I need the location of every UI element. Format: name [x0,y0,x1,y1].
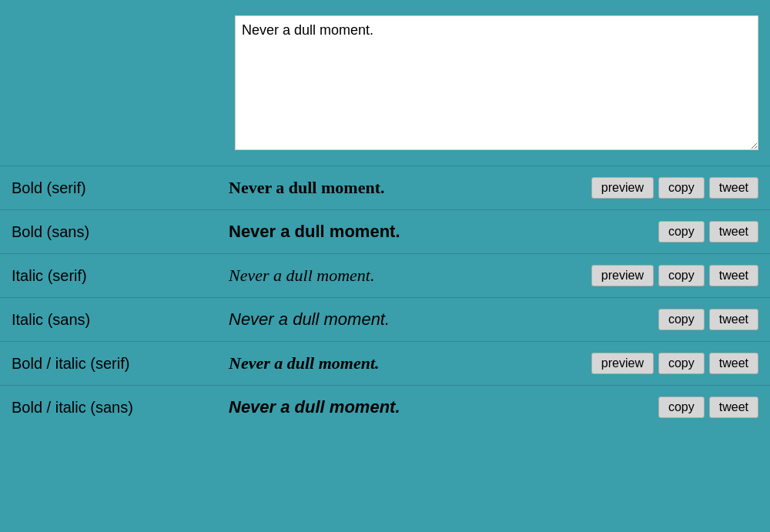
btn-copy-bold-serif[interactable]: copy [658,177,705,199]
rows-container: Bold (serif)Never a dull moment.previewc… [0,166,770,429]
top-section [0,0,770,166]
btn-copy-bold-sans[interactable]: copy [658,221,705,243]
btn-copy-bold-italic-sans[interactable]: copy [658,396,705,418]
btn-tweet-bold-serif[interactable]: tweet [709,177,758,199]
row-bold-italic-serif: Bold / italic (serif)Never a dull moment… [0,341,770,385]
row-bold-sans: Bold (sans)Never a dull moment.copytweet [0,209,770,253]
btn-tweet-bold-italic-sans[interactable]: tweet [709,396,758,418]
label-italic-serif: Italic (serif) [12,267,219,285]
btn-copy-italic-serif[interactable]: copy [658,265,705,286]
btn-tweet-italic-sans[interactable]: tweet [709,309,758,330]
text-italic-sans: Never a dull moment. [229,309,649,330]
btn-group-italic-serif: previewcopytweet [591,265,758,286]
your-text-label [12,15,219,22]
btn-group-bold-italic-sans: copytweet [658,396,758,418]
text-bold-italic-serif: Never a dull moment. [229,353,582,373]
btn-copy-bold-italic-serif[interactable]: copy [658,353,705,374]
label-bold-italic-serif: Bold / italic (serif) [12,355,219,373]
row-bold-italic-sans: Bold / italic (sans)Never a dull moment.… [0,385,770,429]
label-bold-serif: Bold (serif) [12,179,219,197]
row-bold-serif: Bold (serif)Never a dull moment.previewc… [0,166,770,209]
btn-group-bold-sans: copytweet [658,221,758,243]
btn-preview-bold-italic-serif[interactable]: preview [591,353,654,374]
text-input[interactable] [235,15,758,150]
btn-group-italic-sans: copytweet [658,309,758,330]
btn-tweet-italic-serif[interactable]: tweet [709,265,758,286]
btn-tweet-bold-italic-serif[interactable]: tweet [709,353,758,374]
label-bold-italic-sans: Bold / italic (sans) [12,399,219,417]
text-bold-serif: Never a dull moment. [229,178,582,198]
row-italic-sans: Italic (sans)Never a dull moment.copytwe… [0,297,770,341]
btn-preview-italic-serif[interactable]: preview [591,265,654,286]
btn-copy-italic-sans[interactable]: copy [658,309,705,330]
btn-group-bold-italic-serif: previewcopytweet [591,353,758,374]
text-bold-sans: Never a dull moment. [229,222,649,242]
label-bold-sans: Bold (sans) [12,223,219,241]
btn-tweet-bold-sans[interactable]: tweet [709,221,758,243]
row-italic-serif: Italic (serif)Never a dull moment.previe… [0,253,770,297]
label-italic-sans: Italic (sans) [12,311,219,329]
text-bold-italic-sans: Never a dull moment. [229,397,649,417]
text-italic-serif: Never a dull moment. [229,266,582,286]
btn-preview-bold-serif[interactable]: preview [591,177,654,199]
btn-group-bold-serif: previewcopytweet [591,177,758,199]
